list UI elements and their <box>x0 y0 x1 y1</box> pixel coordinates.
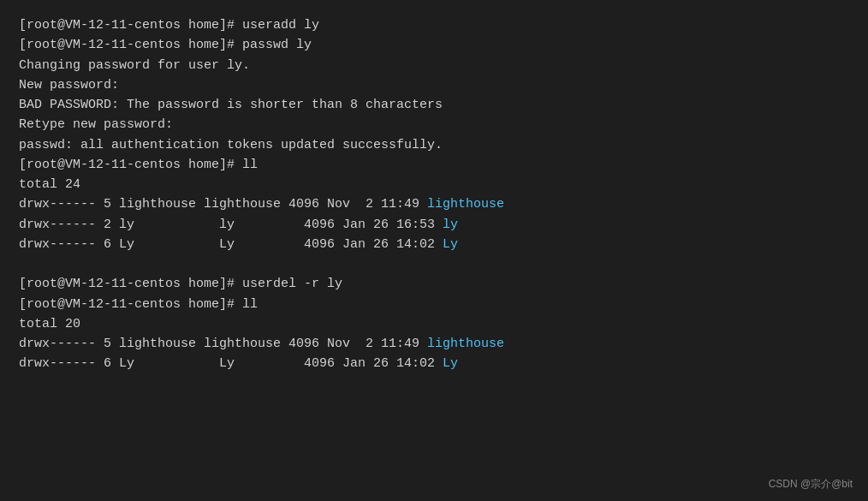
line-12-blue: Ly <box>443 237 458 252</box>
line-12: drwx------ 6 Ly Ly 4096 Jan 26 14:02 Ly <box>19 235 849 254</box>
line-17-blue: lighthouse <box>427 337 504 351</box>
line-10-blue: lighthouse <box>427 197 504 212</box>
line-15: [root@VM-12-11-centos home]# ll <box>19 295 849 314</box>
line-9: total 24 <box>19 175 849 194</box>
line-11-plain: drwx------ 2 ly ly 4096 Jan 26 16:53 <box>19 218 443 232</box>
line-12-plain: drwx------ 6 Ly Ly 4096 Jan 26 14:02 <box>19 237 443 252</box>
terminal-output: [root@VM-12-11-centos home]# useradd ly … <box>19 15 849 374</box>
line-18: drwx------ 6 Ly Ly 4096 Jan 26 14:02 Ly <box>19 354 849 373</box>
line-4: New password: <box>19 75 849 95</box>
watermark: CSDN @宗介@bit <box>769 476 853 492</box>
line-8: [root@VM-12-11-centos home]# ll <box>19 155 849 175</box>
terminal-window: [root@VM-12-11-centos home]# useradd ly … <box>0 0 868 501</box>
line-10: drwx------ 5 lighthouse lighthouse 4096 … <box>19 194 849 214</box>
line-13 <box>19 254 849 274</box>
line-17: drwx------ 5 lighthouse lighthouse 4096 … <box>19 334 849 354</box>
line-14: [root@VM-12-11-centos home]# userdel -r … <box>19 274 849 294</box>
line-17-plain: drwx------ 5 lighthouse lighthouse 4096 … <box>19 337 427 351</box>
line-3: Changing password for user ly. <box>19 56 849 75</box>
line-2: [root@VM-12-11-centos home]# passwd ly <box>19 35 849 55</box>
line-18-plain: drwx------ 6 Ly Ly 4096 Jan 26 14:02 <box>19 356 443 371</box>
line-10-plain: drwx------ 5 lighthouse lighthouse 4096 … <box>19 197 427 212</box>
line-16: total 20 <box>19 314 849 334</box>
line-11: drwx------ 2 ly ly 4096 Jan 26 16:53 ly <box>19 215 849 235</box>
line-5: BAD PASSWORD: The password is shorter th… <box>19 95 849 115</box>
line-6: Retype new password: <box>19 115 849 134</box>
line-1: [root@VM-12-11-centos home]# useradd ly <box>19 15 849 35</box>
line-18-blue: Ly <box>443 356 458 371</box>
line-11-blue: ly <box>443 218 458 232</box>
line-7: passwd: all authentication tokens update… <box>19 135 849 155</box>
